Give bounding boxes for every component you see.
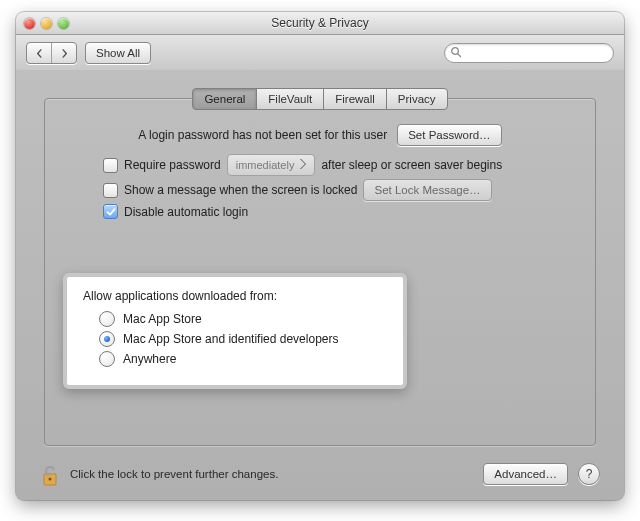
gatekeeper-option-appstore: Mac App Store xyxy=(123,312,202,326)
require-password-checkbox[interactable] xyxy=(103,158,118,173)
require-password-delay-select[interactable]: immediately xyxy=(227,154,316,176)
require-password-label-before: Require password xyxy=(124,158,221,172)
zoom-button[interactable] xyxy=(58,18,69,29)
help-button[interactable]: ? xyxy=(578,463,600,485)
gatekeeper-heading: Allow applications downloaded from: xyxy=(83,289,387,303)
check-icon xyxy=(106,207,116,217)
tab-filevault[interactable]: FileVault xyxy=(256,88,324,110)
back-button[interactable] xyxy=(27,43,52,63)
disable-auto-login-checkbox[interactable] xyxy=(103,204,118,219)
forward-button[interactable] xyxy=(52,43,76,63)
search-field-wrap xyxy=(444,43,614,63)
disable-auto-login-label: Disable automatic login xyxy=(124,205,248,219)
window-controls xyxy=(24,18,69,29)
close-button[interactable] xyxy=(24,18,35,29)
footer: Click the lock to prevent further change… xyxy=(40,462,600,486)
tab-general[interactable]: General xyxy=(192,88,257,110)
show-message-label: Show a message when the screen is locked xyxy=(124,183,357,197)
preferences-window: Security & Privacy Show All General File… xyxy=(16,12,624,500)
minimize-button[interactable] xyxy=(41,18,52,29)
set-password-button[interactable]: Set Password… xyxy=(397,124,501,146)
tab-firewall[interactable]: Firewall xyxy=(323,88,387,110)
chevron-left-icon xyxy=(35,49,44,58)
search-input[interactable] xyxy=(444,43,614,63)
gatekeeper-radio-appstore[interactable] xyxy=(99,311,115,327)
window-title: Security & Privacy xyxy=(16,16,624,30)
gatekeeper-radio-anywhere[interactable] xyxy=(99,351,115,367)
gatekeeper-option-identified: Mac App Store and identified developers xyxy=(123,332,338,346)
tab-privacy[interactable]: Privacy xyxy=(386,88,448,110)
set-lock-message-button[interactable]: Set Lock Message… xyxy=(363,179,491,201)
require-password-label-after: after sleep or screen saver begins xyxy=(321,158,502,172)
gatekeeper-section: Allow applications downloaded from: Mac … xyxy=(63,273,407,389)
chevron-right-icon xyxy=(60,49,69,58)
toolbar: Show All xyxy=(16,35,624,72)
show-message-checkbox[interactable] xyxy=(103,183,118,198)
gatekeeper-radio-identified[interactable] xyxy=(99,331,115,347)
svg-line-1 xyxy=(458,54,461,57)
tab-bar: General FileVault Firewall Privacy xyxy=(16,88,624,110)
lock-text: Click the lock to prevent further change… xyxy=(70,468,473,480)
titlebar: Security & Privacy xyxy=(16,12,624,35)
nav-back-forward xyxy=(26,42,77,64)
show-all-button[interactable]: Show All xyxy=(85,42,151,64)
content-area: General FileVault Firewall Privacy A log… xyxy=(16,70,624,500)
advanced-button[interactable]: Advanced… xyxy=(483,463,568,485)
login-password-message: A login password has not been set for th… xyxy=(138,128,387,142)
gatekeeper-option-anywhere: Anywhere xyxy=(123,352,176,366)
svg-point-2 xyxy=(48,477,51,480)
lock-icon[interactable] xyxy=(40,462,60,486)
general-panel: A login password has not been set for th… xyxy=(44,98,596,446)
search-icon xyxy=(450,46,462,61)
